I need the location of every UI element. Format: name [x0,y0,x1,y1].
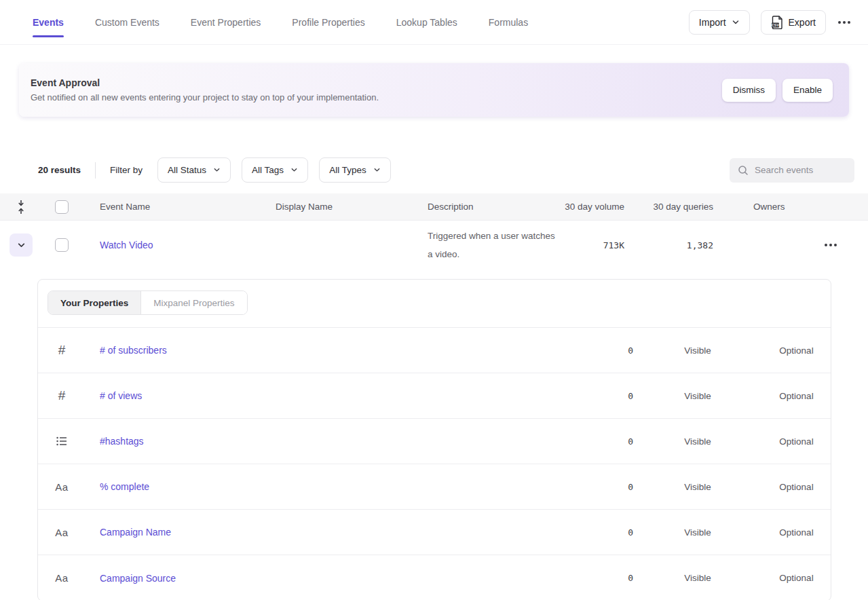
text-icon: Aa [38,572,86,584]
more-horizontal-icon [825,244,827,246]
property-name-link[interactable]: #hashtags [100,436,144,447]
property-queries: 0 [547,391,633,401]
property-queries: 0 [547,573,633,583]
property-name-link[interactable]: % complete [100,481,149,492]
banner-title: Event Approval [31,77,379,88]
chevron-down-icon [290,166,298,174]
property-queries: 0 [547,527,633,538]
search-icon [738,165,749,176]
property-requirement: Optional [762,345,831,356]
tab-mixpanel-properties[interactable]: Mixpanel Properties [140,291,246,314]
event-description: Triggered when a user watches a video. [428,221,556,269]
import-button-label: Import [699,17,726,28]
select-all-checkbox[interactable] [55,200,69,214]
banner-actions: Dismiss Enable [722,79,833,102]
property-row: #hashtags 0 Visible Optional [38,419,831,464]
property-requirement: Optional [762,573,831,583]
collapse-all-icon [16,200,26,214]
types-filter-dropdown[interactable]: All Types [319,157,391,183]
event-approval-banner: Event Approval Get notified on all new e… [19,63,849,117]
property-visibility: Visible [633,391,762,401]
property-name-link[interactable]: Campaign Source [100,573,176,584]
property-visibility: Visible [633,573,762,583]
tags-filter-dropdown[interactable]: All Tags [242,157,308,183]
number-icon: # [38,343,86,358]
export-button-label: Export [789,17,816,28]
column-display-name: Display Name [276,202,428,212]
dismiss-button[interactable]: Dismiss [722,79,776,102]
tab-events[interactable]: Events [33,0,64,45]
banner-description: Get notified on all new events entering … [31,92,379,102]
nav-actions: Import CSV Export [689,10,852,35]
property-requirement: Optional [762,391,831,401]
banner-text: Event Approval Get notified on all new e… [31,77,379,102]
tab-profile-properties[interactable]: Profile Properties [292,0,364,45]
event-30-day-queries: 1,382 [624,240,713,250]
property-requirement: Optional [762,482,831,492]
property-visibility: Visible [633,436,762,447]
status-filter-dropdown[interactable]: All Status [157,157,231,183]
text-icon: Aa [38,527,86,538]
tab-event-properties[interactable]: Event Properties [191,0,261,45]
property-visibility: Visible [633,482,762,492]
tab-formulas[interactable]: Formulas [489,0,528,45]
property-name-link[interactable]: # of views [100,390,142,401]
number-icon: # [38,388,86,403]
property-row: Aa Campaign Source 0 Visible Optional [38,555,831,600]
events-table-header: Event Name Display Name Description 30 d… [0,193,868,221]
property-queries: 0 [547,436,633,447]
column-description: Description [428,202,556,212]
search-events-input[interactable] [755,165,843,175]
search-events-box[interactable] [730,158,854,183]
property-name-link[interactable]: # of subscribers [100,345,167,356]
property-row: # # of subscribers 0 Visible Optional [38,328,831,373]
column-30-day-queries: 30 day queries [624,202,713,212]
property-visibility: Visible [633,345,762,356]
event-row-watch-video: Watch Video Triggered when a user watche… [0,221,868,269]
list-icon [38,436,86,446]
column-event-name: Event Name [81,202,276,212]
tab-custom-events[interactable]: Custom Events [95,0,159,45]
collapse-all-button[interactable] [0,200,42,214]
export-button[interactable]: CSV Export [761,10,826,35]
property-requirement: Optional [762,527,831,538]
column-30-day-volume: 30 day volume [556,202,624,212]
text-icon: Aa [38,481,86,493]
chevron-down-icon [373,166,381,174]
property-row: # # of views 0 Visible Optional [38,373,831,419]
event-name-link[interactable]: Watch Video [100,240,153,250]
property-queries: 0 [547,345,633,356]
property-queries: 0 [547,482,633,492]
import-button[interactable]: Import [689,10,750,35]
row-checkbox[interactable] [55,238,69,252]
chevron-down-icon [213,166,221,174]
tab-your-properties[interactable]: Your Properties [48,291,140,314]
svg-text:CSV: CSV [771,23,778,27]
properties-tabbar: Your Properties Mixpanel Properties [38,280,831,328]
property-requirement: Optional [762,436,831,447]
event-properties-panel: Your Properties Mixpanel Properties # # … [37,279,831,600]
top-nav: Events Custom Events Event Properties Pr… [0,0,868,45]
chevron-down-icon [17,241,26,250]
collapse-row-button[interactable] [10,233,33,257]
divider [95,162,96,179]
properties-segmented-control: Your Properties Mixpanel Properties [48,290,248,315]
enable-button[interactable]: Enable [782,79,833,102]
property-visibility: Visible [633,527,762,538]
filter-by-label: Filter by [110,165,143,175]
lexicon-tabs: Events Custom Events Event Properties Pr… [33,0,528,45]
property-row: Aa % complete 0 Visible Optional [38,464,831,510]
chevron-down-icon [732,18,740,26]
filter-bar: 20 results Filter by All Status All Tags… [38,157,854,183]
nav-more-button[interactable] [837,17,852,28]
more-horizontal-icon [838,21,841,24]
tab-lookup-tables[interactable]: Lookup Tables [396,0,457,45]
csv-file-icon: CSV [771,16,783,29]
property-row: Aa Campaign Name 0 Visible Optional [38,510,831,555]
column-owners: Owners [713,202,868,212]
row-more-button[interactable] [823,240,838,250]
property-name-link[interactable]: Campaign Name [100,527,171,538]
results-count: 20 results [38,165,81,175]
event-30-day-volume: 713K [556,240,624,250]
